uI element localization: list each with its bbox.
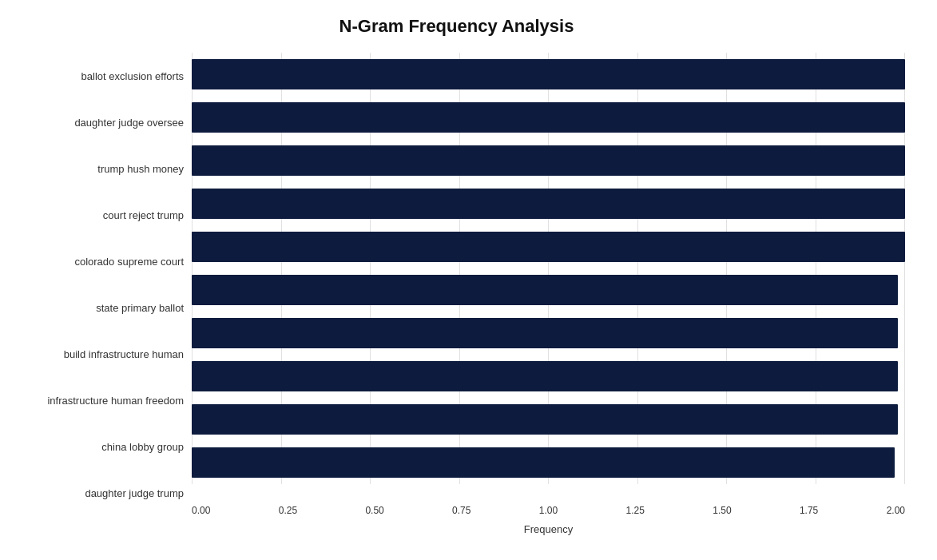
bar-row [192,188,905,220]
bar-row [192,360,905,392]
y-label: colorado supreme court [8,239,184,284]
y-label: build infrastructure human [8,332,184,377]
bar [192,189,905,219]
y-label: daughter judge trump [8,471,184,516]
bar-row [192,403,905,435]
bar [192,318,898,348]
bar-row [192,317,905,349]
y-label: court reject trump [8,193,184,238]
y-label: state primary ballot [8,285,184,331]
bar-row [192,231,905,263]
bars-wrapper [192,53,905,516]
bar [192,447,895,478]
bar [192,404,898,435]
chart-area: ballot exclusion effortsdaughter judge o… [8,53,905,516]
bar-row [192,447,905,479]
x-axis-label: Frequency [192,523,905,535]
bar-row [192,101,905,133]
bar [192,361,898,391]
y-label: ballot exclusion efforts [8,54,184,99]
y-labels: ballot exclusion effortsdaughter judge o… [8,53,192,516]
bar [192,275,898,305]
bar [192,59,905,89]
bars-section: 0.000.250.500.751.001.251.501.752.00 Fre… [192,53,905,516]
y-label: infrastructure human freedom [8,378,184,423]
chart-title: N-Gram Frequency Analysis [8,16,905,37]
bar [192,145,905,176]
bar-row [192,145,905,177]
bar-row [192,58,905,90]
y-label: trump hush money [8,146,184,192]
bar [192,232,905,262]
bar [192,102,905,133]
y-label: daughter judge oversee [8,100,184,145]
chart-container: N-Gram Frequency Analysis ballot exclusi… [0,0,937,560]
y-label: china lobby group [8,424,184,470]
bar-row [192,274,905,306]
